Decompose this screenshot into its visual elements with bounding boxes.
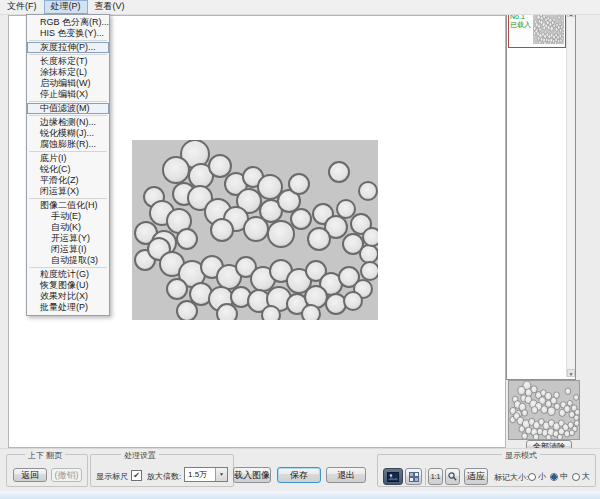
radio-label: 大 [582, 471, 590, 482]
toolbar-separator [425, 468, 426, 485]
display-group-label: 显示模式 [502, 450, 540, 461]
menu-separator [29, 54, 107, 55]
menu-item[interactable]: 锐化(C) [27, 164, 109, 175]
marker-size-radio[interactable]: 中 [550, 471, 568, 482]
scroll-down-icon[interactable]: ▼ [567, 369, 575, 377]
menu-item[interactable]: 自动(K) [27, 222, 109, 233]
menu-separator [29, 198, 107, 199]
radio-icon[interactable] [572, 473, 580, 481]
fit-button[interactable]: 适应 [464, 468, 488, 485]
forward-button: (撤销) [51, 468, 82, 482]
menu-item[interactable]: 底片(I) [27, 153, 109, 164]
menubar-item[interactable]: 文件(F) [0, 0, 44, 14]
menu-item[interactable]: 边缘检测(N)... [27, 117, 109, 128]
image-list-item-selected[interactable]: No.1 已载入 [508, 10, 566, 48]
back-button[interactable]: 返回 [13, 468, 47, 482]
image-item-state: 已载入 [510, 21, 532, 29]
one-to-one-button[interactable]: 1:1 [428, 468, 443, 485]
window-bottom-edge [0, 490, 600, 499]
image-item-thumbnail [533, 12, 564, 44]
radio-icon[interactable] [528, 473, 536, 481]
settings-group: 处理设置 显示标尺 ✔ 放大倍数: 1.5万 ▼ [90, 454, 234, 487]
menu-item[interactable]: 涂抹标定(L) [27, 67, 109, 78]
menu-item[interactable]: 启动编辑(W) [27, 78, 109, 89]
menu-item[interactable]: 恢复图像(U) [27, 280, 109, 291]
show-scale-label: 显示标尺 [96, 471, 128, 482]
processing-dropdown-menu: RGB 色分离(R)...HIS 色变换(Y)...灰度拉伸(P)...长度标定… [26, 14, 110, 316]
menu-item[interactable]: 停止编辑(X) [27, 89, 109, 100]
menu-item[interactable]: 长度标定(T) [27, 56, 109, 67]
settings-group-label: 处理设置 [121, 450, 159, 461]
menu-item[interactable]: 平滑化(Z) [27, 175, 109, 186]
menu-separator [29, 115, 107, 116]
radio-label: 小 [538, 471, 546, 482]
menu-item[interactable]: 中值滤波(M) [27, 103, 109, 114]
menubar-item[interactable]: 查看(V) [88, 0, 132, 14]
zoom-icon [448, 472, 457, 481]
bottom-toolbar: 上下 翻页 返回 (撤销) 处理设置 显示标尺 ✔ 放大倍数: 1.5万 ▼ 载… [0, 448, 600, 491]
grid-view-icon [409, 472, 419, 482]
nav-group-label: 上下 翻页 [25, 450, 65, 461]
radio-selected-icon[interactable] [550, 473, 558, 481]
list-scrollbar[interactable]: ▲ ▼ [566, 9, 575, 377]
image-tool-button[interactable] [383, 468, 403, 485]
menu-item[interactable]: 腐蚀膨胀(R)... [27, 139, 109, 150]
menu-item[interactable]: 图像二值化(H) [27, 200, 109, 211]
marker-size-radio[interactable]: 大 [572, 471, 590, 482]
tem-image[interactable] [132, 140, 378, 320]
image-item-status: No.1 已载入 [509, 11, 533, 47]
menu-separator [29, 40, 107, 41]
preview-thumbnail[interactable] [508, 380, 580, 440]
magnification-combo[interactable]: 1.5万 ▼ [184, 467, 228, 482]
menu-item[interactable]: 闭运算(I) [27, 244, 109, 255]
zoom-button[interactable] [445, 468, 460, 485]
application-window: 文件(F)处理(P)查看(V) RGB 色分离(R)...HIS 色变换(Y).… [0, 0, 600, 499]
magnification-label: 放大倍数: [147, 471, 181, 482]
menu-separator [29, 101, 107, 102]
menu-item[interactable]: 灰度拉伸(P)... [27, 42, 109, 53]
menu-item[interactable]: 闭运算(X) [27, 186, 109, 197]
display-group: 显示模式 1:1 适应 标记大小: 小中大 [377, 454, 596, 487]
image-list[interactable]: No.1 已载入 ▲ ▼ [506, 8, 576, 380]
magnification-value: 1.5万 [188, 470, 207, 479]
image-tool-icon [387, 472, 399, 482]
combo-arrow-icon[interactable]: ▼ [215, 468, 227, 481]
save-button[interactable]: 保存 [277, 467, 321, 483]
menu-bar: 文件(F)处理(P)查看(V) [0, 0, 600, 15]
nav-group: 上下 翻页 返回 (撤销) [6, 454, 88, 487]
menu-separator [29, 151, 107, 152]
menubar-item[interactable]: 处理(P) [44, 0, 88, 14]
grid-view-button[interactable] [405, 468, 422, 485]
menu-item[interactable]: HIS 色变换(Y)... [27, 28, 109, 39]
menu-item[interactable]: 粒度统计(G) [27, 269, 109, 280]
menu-item[interactable]: 开运算(Y) [27, 233, 109, 244]
menu-item[interactable]: 效果对比(X) [27, 291, 109, 302]
menu-item[interactable]: 自动提取(3) [27, 255, 109, 266]
menu-item[interactable]: 手动(E) [27, 211, 109, 222]
load-image-button[interactable]: 载入图像 [233, 467, 271, 483]
marker-size-label: 标记大小: [494, 472, 528, 483]
marker-size-radio[interactable]: 小 [528, 471, 546, 482]
show-scale-checkbox[interactable]: ✔ [131, 470, 142, 481]
radio-label: 中 [560, 471, 568, 482]
menu-separator [29, 267, 107, 268]
menu-item[interactable]: 批量处理(P) [27, 302, 109, 313]
menu-item[interactable]: RGB 色分离(R)... [27, 17, 109, 28]
exit-button[interactable]: 退出 [326, 467, 366, 483]
menu-item[interactable]: 锐化模糊(J)... [27, 128, 109, 139]
